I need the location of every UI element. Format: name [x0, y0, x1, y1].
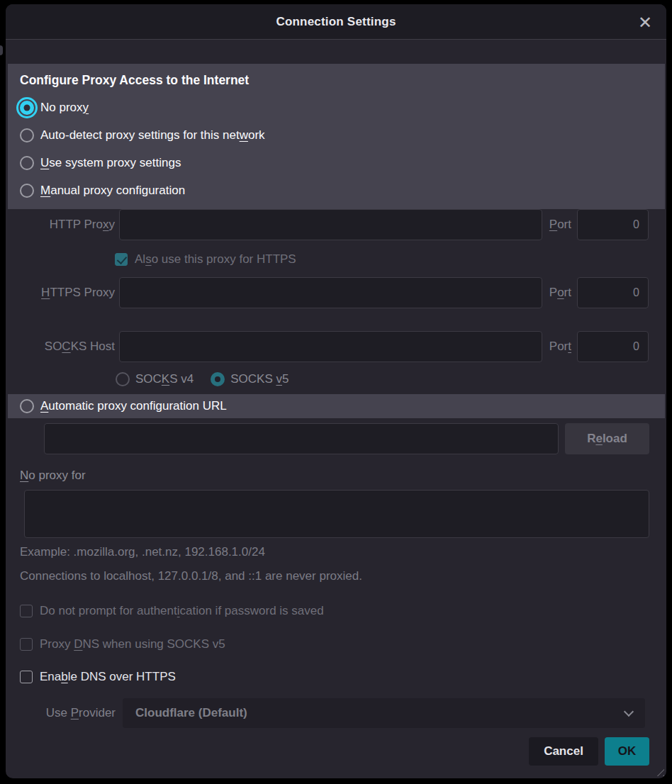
section-heading: Configure Proxy Access to the Internet	[20, 73, 665, 88]
radio-socks-v5-icon[interactable]	[211, 372, 225, 386]
also-https-label: Also use this proxy for HTTPS	[135, 252, 296, 267]
socks-version-row: SOCKS v4 SOCKS v5	[116, 370, 666, 388]
radio-manual-proxy[interactable]: Manual proxy configuration	[20, 177, 665, 204]
no-proxy-for-label: No proxy for	[20, 469, 86, 483]
auto-proxy-url-row[interactable]: Automatic proxy configuration URL	[8, 394, 665, 418]
radio-label: Auto-detect proxy settings for this netw…	[40, 128, 265, 142]
checkbox-icon[interactable]	[20, 671, 33, 683]
auto-url-input[interactable]	[44, 423, 559, 454]
provider-select[interactable]: Cloudflare (Default)	[123, 698, 645, 728]
https-proxy-label: HTTPS Proxy	[6, 286, 115, 300]
screen: Connection Settings ✕ Configure Proxy Ac…	[0, 0, 672, 784]
https-port-label: Port	[549, 286, 571, 300]
http-proxy-label: HTTP Proxy	[6, 218, 115, 232]
socks-host-label: SOCKS Host	[6, 340, 115, 354]
http-proxy-input[interactable]	[119, 209, 542, 240]
radio-button-icon[interactable]	[20, 184, 34, 198]
dialog-title: Connection Settings	[276, 15, 396, 29]
radio-label: Manual proxy configuration	[40, 184, 185, 198]
socks-port-label: Port	[549, 340, 571, 354]
ok-button[interactable]: OK	[605, 737, 649, 766]
connection-settings-dialog: Connection Settings ✕ Configure Proxy Ac…	[6, 4, 666, 778]
provider-selected-value: Cloudflare (Default)	[135, 706, 247, 720]
radio-no-proxy[interactable]: No proxy	[20, 94, 665, 121]
no-proxy-for-textarea[interactable]	[24, 490, 649, 538]
close-icon[interactable]: ✕	[635, 13, 655, 33]
use-provider-label: Use Provider	[6, 706, 116, 720]
radio-label: Use system proxy settings	[40, 156, 181, 170]
auto-url-label: Automatic proxy configuration URL	[40, 399, 227, 413]
proxy-mode-section: Configure Proxy Access to the Internet N…	[8, 64, 665, 209]
also-https-row[interactable]: Also use this proxy for HTTPS	[115, 252, 666, 267]
localhost-note: Connections to localhost, 127.0.0.1/8, a…	[20, 569, 362, 583]
socks-host-input[interactable]	[119, 331, 542, 362]
socks-v5-label: SOCKS v5	[230, 372, 289, 386]
radio-system-proxy[interactable]: Use system proxy settings	[20, 149, 665, 177]
radio-button-icon[interactable]	[20, 128, 34, 142]
socks-port-input[interactable]	[577, 331, 649, 362]
http-proxy-row: HTTP Proxy Port	[6, 209, 666, 240]
radio-socks-v4-icon[interactable]	[116, 372, 130, 386]
checkbox-proxy-dns[interactable]: Proxy DNS when using SOCKS v5	[20, 637, 225, 652]
radio-auto-url-icon[interactable]	[20, 399, 34, 413]
checkbox-icon[interactable]	[20, 605, 33, 617]
example-hint: Example: .mozilla.org, .net.nz, 192.168.…	[20, 545, 265, 559]
radio-button-icon[interactable]	[20, 101, 34, 115]
https-proxy-row: HTTPS Proxy Port	[6, 277, 666, 308]
socks-host-row: SOCKS Host Port	[6, 331, 666, 362]
checkbox-icon[interactable]	[115, 253, 128, 266]
https-port-input[interactable]	[577, 277, 649, 308]
checkbox-no-prompt-auth[interactable]: Do not prompt for authentication if pass…	[20, 603, 324, 619]
doh-provider-row: Use Provider Cloudflare (Default)	[6, 698, 645, 728]
chevron-down-icon	[625, 708, 632, 715]
checkbox-label: Do not prompt for authentication if pass…	[40, 604, 324, 618]
checkbox-enable-doh[interactable]: Enable DNS over HTTPS	[20, 669, 176, 685]
radio-button-icon[interactable]	[20, 156, 34, 170]
dialog-footer: Cancel OK	[529, 737, 649, 766]
https-proxy-input[interactable]	[119, 277, 542, 308]
radio-label: No proxy	[40, 101, 89, 115]
http-port-input[interactable]	[577, 209, 649, 240]
socks-v4-label: SOCKS v4	[135, 372, 194, 386]
cancel-button[interactable]: Cancel	[529, 737, 598, 766]
http-port-label: Port	[549, 218, 571, 232]
dialog-titlebar: Connection Settings ✕	[6, 4, 666, 40]
reload-button[interactable]: Reload	[565, 423, 649, 454]
radio-auto-detect[interactable]: Auto-detect proxy settings for this netw…	[20, 121, 665, 149]
checkbox-icon[interactable]	[20, 638, 33, 651]
checkbox-label: Enable DNS over HTTPS	[40, 670, 176, 684]
checkbox-label: Proxy DNS when using SOCKS v5	[40, 637, 225, 651]
background-page-edge	[0, 45, 3, 55]
resize-grip-icon[interactable]	[653, 765, 664, 776]
auto-url-input-row: Reload	[44, 423, 649, 454]
